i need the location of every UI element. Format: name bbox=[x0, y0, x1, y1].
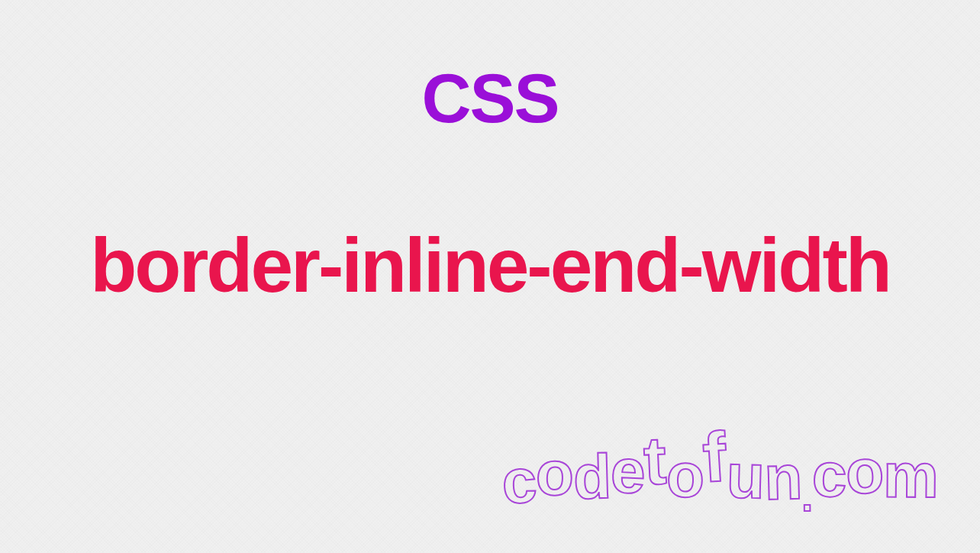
brand-watermark: codetofun.com bbox=[501, 429, 938, 513]
css-heading: CSS bbox=[421, 60, 558, 138]
css-property-name: border-inline-end-width bbox=[90, 222, 890, 309]
